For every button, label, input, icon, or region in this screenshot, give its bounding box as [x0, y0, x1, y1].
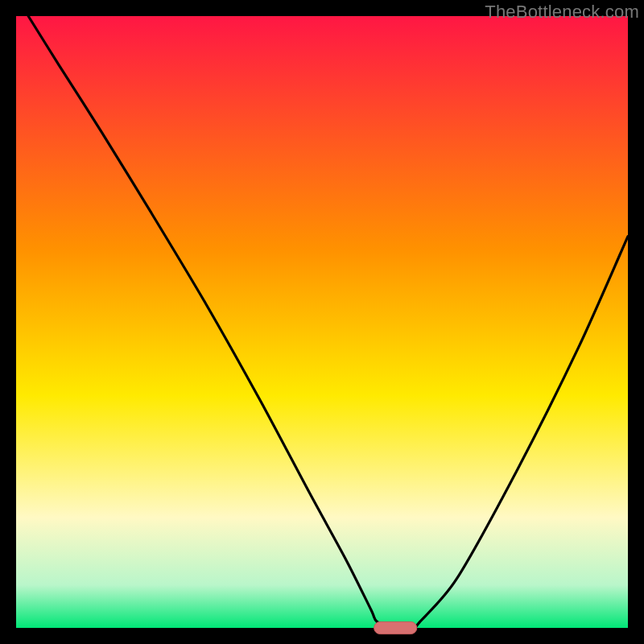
chart-container: { "watermark": "TheBottleneck.com", "col…	[0, 0, 644, 644]
bottleneck-chart	[0, 0, 644, 644]
plot-background	[16, 16, 628, 628]
watermark-text: TheBottleneck.com	[485, 2, 639, 23]
optimal-marker	[374, 621, 417, 634]
